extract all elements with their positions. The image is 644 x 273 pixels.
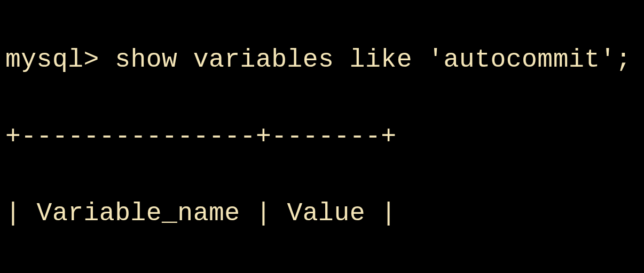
mysql-terminal-output: mysql> show variables like 'autocommit';… (5, 2, 639, 273)
table-border-mid: +---------------+-------+ (5, 271, 639, 273)
table-border-top: +---------------+-------+ (5, 117, 639, 156)
sql-command: show variables like 'autocommit'; (115, 45, 631, 74)
mysql-prompt: mysql> (5, 45, 115, 74)
table-header-row: | Variable_name | Value | (5, 194, 639, 232)
command-line: mysql> show variables like 'autocommit'; (5, 41, 639, 79)
